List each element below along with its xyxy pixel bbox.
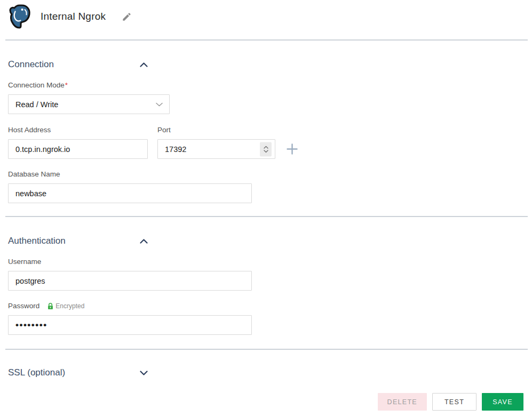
stepper-down-icon	[264, 149, 268, 153]
username-label: Username	[8, 257, 532, 266]
section-header-connection[interactable]: Connection	[8, 59, 148, 70]
divider	[5, 216, 528, 217]
delete-button[interactable]: DELETE	[378, 393, 427, 411]
connection-mode-value: Read / Write	[15, 100, 58, 109]
lock-icon	[47, 302, 54, 310]
section-title: SSL (optional)	[8, 367, 65, 379]
test-button[interactable]: TEST	[432, 393, 477, 411]
datasource-title: Internal Ngrok	[41, 11, 106, 22]
edit-name-button[interactable]	[120, 10, 134, 24]
password-label: Password	[8, 301, 39, 310]
stepper-up-icon	[264, 146, 268, 149]
divider	[5, 349, 528, 350]
header: Internal Ngrok	[0, 0, 532, 33]
port-stepper[interactable]	[260, 142, 272, 156]
action-bar: DELETE TEST SAVE	[0, 393, 532, 411]
encrypted-badge: Encrypted	[47, 302, 84, 310]
add-host-button[interactable]	[287, 143, 298, 155]
section-title: Authentication	[8, 235, 66, 247]
datasource-editor-page: Internal Ngrok Connection Connection Mod…	[0, 0, 532, 417]
database-name-label: Database Name	[8, 170, 532, 179]
section-header-authentication[interactable]: Authentication	[8, 235, 148, 247]
encrypted-label: Encrypted	[55, 302, 84, 310]
save-button[interactable]: SAVE	[482, 393, 523, 411]
section-ssl: SSL (optional)	[0, 367, 532, 379]
chevron-up-icon	[140, 62, 148, 67]
port-input[interactable]	[157, 139, 275, 159]
host-address-label: Host Address	[8, 125, 148, 134]
port-field	[157, 139, 275, 159]
section-authentication: Authentication Username Password Encrypt…	[0, 235, 532, 335]
postgresql-logo-icon	[5, 3, 34, 30]
section-header-ssl[interactable]: SSL (optional)	[8, 367, 148, 379]
pencil-icon	[122, 12, 132, 22]
section-connection: Connection Connection Mode* Read / Write…	[0, 59, 532, 203]
section-title: Connection	[8, 59, 54, 70]
chevron-down-icon	[156, 102, 163, 107]
connection-mode-label: Connection Mode*	[8, 81, 532, 90]
connection-mode-select[interactable]: Read / Write	[8, 94, 170, 114]
divider	[5, 39, 528, 41]
host-port-row: Host Address Port	[8, 125, 532, 159]
required-asterisk: *	[65, 81, 68, 89]
host-address-input[interactable]	[8, 139, 148, 159]
username-input[interactable]	[8, 271, 252, 291]
chevron-up-icon	[140, 239, 148, 244]
plus-icon	[287, 143, 298, 155]
password-input[interactable]	[8, 315, 252, 335]
password-label-row: Password Encrypted	[8, 301, 532, 310]
port-label: Port	[157, 125, 275, 134]
database-name-input[interactable]	[8, 183, 252, 203]
chevron-down-icon	[140, 371, 148, 375]
